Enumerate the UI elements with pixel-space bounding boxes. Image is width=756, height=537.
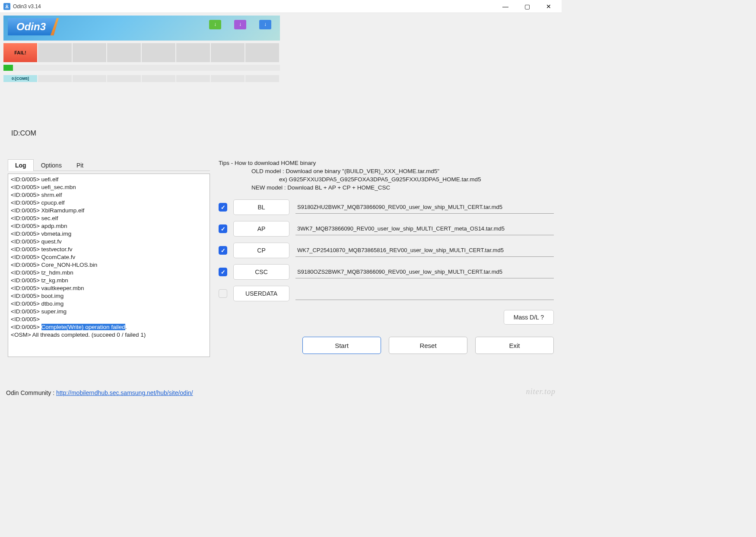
row-bl: ✓ BL S9180ZHU2BWK7_MQB73866090_REV00_use… (219, 199, 554, 215)
row-ap: ✓ AP 3WK7_MQB73866090_REV00_user_low_shi… (219, 221, 554, 237)
window-title: Odin3 v3.14 (13, 3, 41, 9)
button-ap[interactable]: AP (233, 221, 289, 237)
tab-options[interactable]: Options (34, 159, 69, 171)
maximize-button[interactable]: ▢ (523, 2, 531, 11)
tips-title: Tips - How to download HOME binary (219, 159, 554, 167)
banner-icons (209, 20, 271, 29)
status-slot-6 (211, 43, 245, 62)
tab-pit[interactable]: Pit (69, 159, 91, 171)
button-bl[interactable]: BL (233, 199, 289, 215)
button-csc[interactable]: CSC (233, 264, 289, 280)
status-slots: FAIL! (3, 43, 558, 62)
titlebar: Odin3 v3.14 — ▢ ✕ (0, 0, 562, 13)
tips-line3: NEW model : Download BL + AP + CP + HOME… (219, 183, 554, 192)
status-slot-5 (176, 43, 210, 62)
tips-block: Tips - How to download HOME binary OLD m… (219, 159, 554, 199)
com-slot-1 (38, 75, 72, 82)
button-userdata[interactable]: USERDATA (233, 286, 289, 301)
footer-prefix: Odin Community : (6, 389, 56, 396)
close-button[interactable]: ✕ (544, 2, 553, 11)
status-slot-1 (38, 43, 72, 62)
row-cp: ✓ CP WK7_CP25410870_MQB73865816_REV00_us… (219, 243, 554, 258)
com-slot-6 (211, 75, 245, 82)
status-slot-4 (142, 43, 175, 62)
status-slot-7 (245, 43, 279, 62)
tab-log[interactable]: Log (8, 159, 34, 171)
banner-cube-purple-icon (234, 20, 246, 29)
checkbox-userdata[interactable] (219, 289, 227, 298)
total-progress-fill (3, 65, 13, 71)
tips-line1: OLD model : Download one binary "(BUILD_… (219, 167, 554, 175)
minimize-button[interactable]: — (501, 2, 510, 11)
path-userdata[interactable] (295, 287, 554, 300)
checkbox-cp[interactable]: ✓ (219, 246, 227, 255)
footer: Odin Community : http://mobilerndhub.sec… (6, 389, 193, 396)
row-userdata: USERDATA (219, 286, 554, 301)
mass-dl-button[interactable]: Mass D/L ? (504, 310, 554, 325)
button-cp[interactable]: CP (233, 243, 289, 258)
status-slot-0: FAIL! (3, 43, 37, 62)
path-bl[interactable]: S9180ZHU2BWK7_MQB73866090_REV00_user_low… (295, 201, 554, 214)
path-cp[interactable]: WK7_CP25410870_MQB73865816_REV00_user_lo… (295, 244, 554, 257)
banner-logo-text: Odin3 (8, 18, 59, 35)
log-textarea[interactable]: <ID:0/005> uefi.elf<ID:0/005> uefi_sec.m… (8, 174, 210, 357)
com-slot-2 (73, 75, 106, 82)
start-button[interactable]: Start (302, 337, 381, 354)
checkbox-ap[interactable]: ✓ (219, 224, 227, 233)
com-slot-5 (176, 75, 210, 82)
checkbox-csc[interactable]: ✓ (219, 268, 227, 276)
watermark: niter.top (526, 387, 556, 396)
tips-line2: ex) G925FXXU3DPA5_G925FOXA3DPA5_G925FXXU… (219, 175, 554, 183)
idcom-label: ID:COM (3, 130, 558, 137)
app-icon (3, 3, 10, 10)
path-ap[interactable]: 3WK7_MQB73866090_REV00_user_low_ship_MUL… (295, 222, 554, 235)
path-csc[interactable]: S9180OZS2BWK7_MQB73866090_REV00_user_low… (295, 265, 554, 278)
reset-button[interactable]: Reset (389, 337, 467, 354)
com-slot-4 (142, 75, 175, 82)
com-slot-7 (245, 75, 279, 82)
banner: Odin3 (3, 16, 280, 41)
status-slot-2 (73, 43, 106, 62)
footer-link[interactable]: http://mobilerndhub.sec.samsung.net/hub/… (56, 389, 193, 396)
banner-cube-blue-icon (259, 20, 271, 29)
com-slots: 0:[COM5] (3, 75, 558, 82)
exit-button[interactable]: Exit (475, 337, 554, 354)
total-progress (3, 65, 280, 71)
row-csc: ✓ CSC S9180OZS2BWK7_MQB73866090_REV00_us… (219, 264, 554, 280)
checkbox-bl[interactable]: ✓ (219, 203, 227, 212)
com-slot-0[interactable]: 0:[COM5] (3, 75, 37, 82)
status-slot-3 (107, 43, 141, 62)
tabs: Log Options Pit (8, 159, 210, 171)
com-slot-3 (107, 75, 141, 82)
banner-cube-green-icon (209, 20, 221, 29)
